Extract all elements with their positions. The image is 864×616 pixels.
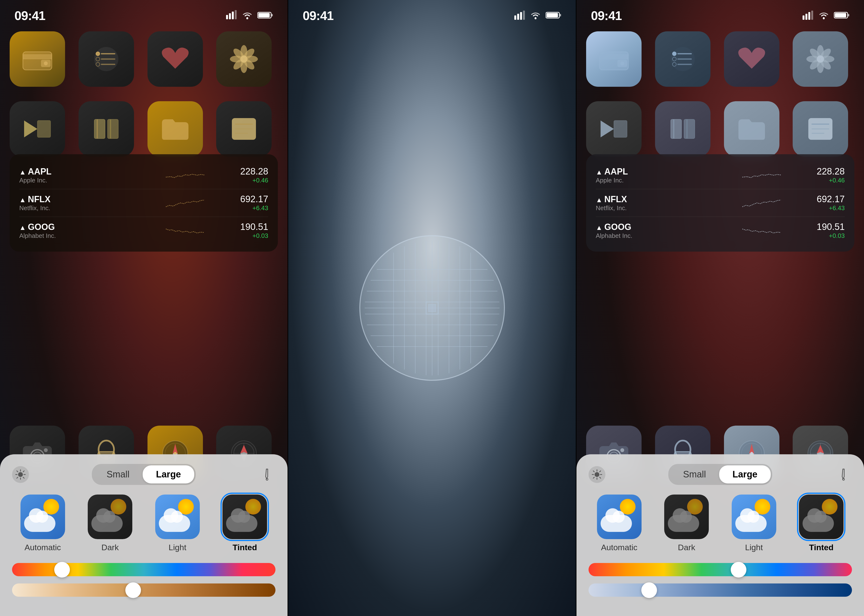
svg-rect-96 — [803, 16, 804, 20]
svg-line-158 — [600, 477, 600, 478]
svg-rect-2 — [232, 11, 234, 19]
app-health-1[interactable] — [148, 31, 203, 87]
app-grid-1 — [9, 31, 278, 157]
app-news-3[interactable] — [586, 101, 642, 157]
stock-row-nflx-1[interactable]: NFLX Netflix, Inc. 692.17 +6.43 — [19, 189, 268, 217]
grid-sphere — [354, 230, 511, 386]
stock-chart-goog-1 — [130, 225, 240, 237]
app-notes-1[interactable] — [216, 101, 272, 157]
stock-row-aapl-3[interactable]: AAPL Apple Inc. 228.28 +0.46 — [596, 162, 845, 189]
svg-point-124 — [817, 55, 824, 63]
stock-price-goog-3: 190.51 +0.03 — [817, 222, 845, 240]
signal-icon-1 — [226, 10, 237, 22]
slider-thumb-intensity-3[interactable] — [641, 582, 657, 598]
appearance-preview-dark-1 — [88, 495, 132, 539]
status-time-3: 09:41 — [591, 8, 622, 23]
svg-point-152 — [595, 472, 599, 477]
app-news-1[interactable] — [9, 101, 65, 157]
status-bar-2: 09:41 — [288, 0, 576, 24]
color-slider-hue-3[interactable] — [589, 563, 852, 576]
color-slider-intensity-1[interactable] — [12, 583, 275, 597]
app-health-3[interactable] — [724, 31, 779, 87]
app-wallet-3[interactable] — [586, 31, 642, 87]
stocks-widget-1[interactable]: AAPL Apple Inc. 228.28 +0.46 NFLX Netfli… — [9, 154, 278, 251]
appearance-preview-light-1 — [155, 495, 200, 539]
stock-value-goog-1: 190.51 — [240, 222, 268, 232]
appearance-label-light-1: Light — [168, 543, 186, 552]
appearance-automatic-1[interactable]: Automatic — [12, 495, 74, 552]
appearance-light-3[interactable]: Light — [723, 495, 785, 552]
stock-row-goog-1[interactable]: GOOG Alphabet Inc. 190.51 +0.03 — [19, 217, 268, 244]
signal-icon-3 — [802, 11, 814, 21]
app-floral-1[interactable] — [216, 31, 272, 87]
app-files-1[interactable] — [148, 101, 203, 157]
panel-2: 09:41 — [288, 0, 576, 616]
panel-3: 09:41 — [577, 0, 864, 616]
stock-row-goog-3[interactable]: GOOG Alphabet Inc. 190.51 +0.03 — [596, 217, 845, 244]
app-files-3[interactable] — [724, 101, 779, 157]
appearance-dark-1[interactable]: Dark — [80, 495, 141, 552]
wifi-icon-3 — [818, 11, 829, 21]
svg-rect-125 — [614, 121, 627, 137]
app-books-3[interactable] — [655, 101, 710, 157]
stock-chart-nflx-1 — [130, 197, 240, 209]
size-large-3[interactable]: Large — [719, 465, 770, 484]
svg-rect-103 — [848, 14, 849, 16]
appearance-automatic-3[interactable]: Automatic — [589, 495, 650, 552]
color-slider-intensity-3[interactable] — [589, 583, 852, 597]
svg-rect-31 — [97, 119, 98, 138]
stock-info-goog-3: GOOG Alphabet Inc. — [596, 222, 706, 240]
appearance-preview-tinted-3 — [799, 495, 844, 539]
stock-change-goog-3: +0.03 — [817, 232, 845, 240]
appearance-preview-dark-3 — [664, 495, 709, 539]
battery-icon-3 — [834, 11, 850, 20]
app-books-1[interactable] — [79, 101, 134, 157]
appearance-dark-3[interactable]: Dark — [656, 495, 718, 552]
stock-row-aapl-1[interactable]: AAPL Apple Inc. 228.28 +0.46 — [19, 162, 268, 189]
svg-rect-33 — [110, 119, 111, 138]
stock-price-aapl-1: 228.28 +0.46 — [240, 166, 268, 184]
stocks-widget-3[interactable]: AAPL Apple Inc. 228.28 +0.46 NFLX Netfli… — [586, 154, 855, 251]
svg-point-12 — [44, 61, 48, 65]
status-time-2: 09:41 — [303, 8, 333, 23]
app-notes-3[interactable] — [793, 101, 848, 157]
stock-ticker-goog-1: GOOG — [19, 222, 130, 232]
app-reminders-1[interactable] — [79, 31, 134, 87]
stock-chart-aapl-3 — [706, 169, 817, 181]
size-small-1[interactable]: Small — [93, 465, 143, 484]
status-icons-2 — [514, 11, 561, 21]
eyedropper-1[interactable] — [255, 462, 279, 486]
brightness-icon-1[interactable] — [12, 466, 29, 483]
stock-value-goog-3: 190.51 — [817, 222, 845, 232]
control-top-1: Small Large — [12, 464, 275, 485]
slider-thumb-hue-3[interactable] — [731, 562, 746, 577]
appearance-tinted-1[interactable]: Tinted — [214, 495, 276, 552]
app-floral-3[interactable] — [793, 31, 848, 87]
svg-rect-128 — [684, 119, 695, 138]
eyedropper-3[interactable] — [831, 462, 855, 486]
brightness-icon-3[interactable] — [589, 466, 605, 483]
svg-rect-66 — [514, 16, 516, 20]
status-time-1: 09:41 — [14, 8, 45, 23]
color-slider-hue-1[interactable] — [12, 563, 275, 576]
svg-rect-127 — [673, 119, 674, 138]
svg-point-56 — [18, 472, 23, 477]
app-wallet-1[interactable] — [9, 31, 65, 87]
svg-rect-68 — [520, 12, 522, 20]
stock-change-aapl-3: +0.46 — [817, 177, 845, 184]
appearance-tinted-3[interactable]: Tinted — [791, 495, 852, 552]
svg-rect-9 — [23, 54, 52, 59]
stock-row-nflx-3[interactable]: NFLX Netflix, Inc. 692.17 +6.43 — [596, 189, 845, 217]
stock-name-aapl-1: Apple Inc. — [19, 177, 130, 184]
svg-line-61 — [17, 471, 18, 471]
appearance-light-1[interactable]: Light — [147, 495, 208, 552]
size-small-3[interactable]: Small — [670, 465, 719, 484]
slider-thumb-hue-1[interactable] — [54, 562, 70, 577]
svg-rect-97 — [806, 14, 807, 20]
svg-rect-129 — [686, 119, 688, 138]
size-large-1[interactable]: Large — [143, 465, 194, 484]
app-reminders-3[interactable] — [655, 31, 710, 87]
svg-rect-30 — [94, 119, 105, 138]
svg-rect-99 — [811, 11, 813, 20]
slider-thumb-intensity-1[interactable] — [125, 582, 141, 598]
